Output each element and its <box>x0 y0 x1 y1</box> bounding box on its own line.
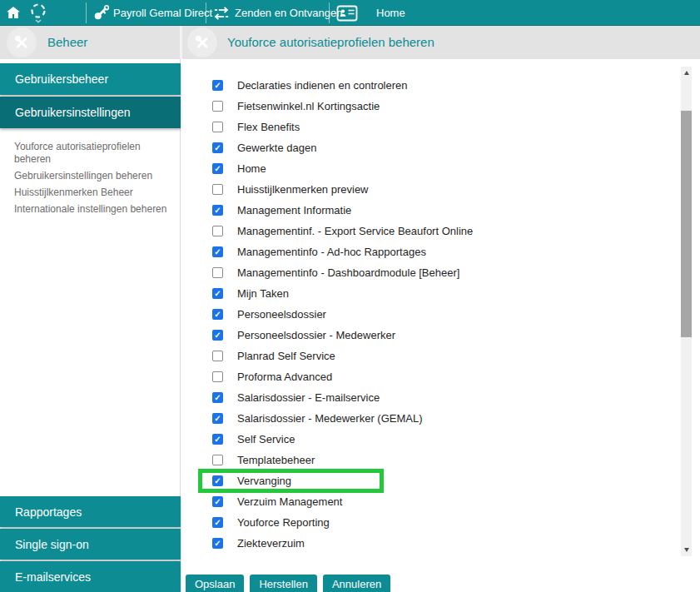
profile-checkbox[interactable] <box>212 226 223 236</box>
tab-beheer[interactable]: Beheer <box>47 26 87 59</box>
sidebar-item-label: E-mailservices <box>15 570 91 584</box>
profile-row: Mijn Taken <box>212 283 700 304</box>
profile-checkbox[interactable] <box>212 371 223 382</box>
profile-row: Personeelsdossier <box>212 304 700 325</box>
profile-label[interactable]: Declaraties indienen en controleren <box>237 79 408 92</box>
profile-row: Gewerkte dagen <box>212 137 700 158</box>
profile-row: Managementinfo - Ad-hoc Rapportages <box>212 241 700 262</box>
profile-label[interactable]: Mijn Taken <box>237 287 289 300</box>
profile-row: Youforce Reporting <box>212 512 700 533</box>
submenu-item-gebruikersinstellingen-beheren[interactable]: Gebruikersinstellingen beheren <box>14 170 168 182</box>
profile-label[interactable]: Salarisdossier - E-mailservice <box>237 391 380 404</box>
profile-label[interactable]: Home <box>237 162 266 175</box>
profile-checkbox[interactable] <box>212 351 223 361</box>
profile-checkbox[interactable] <box>212 80 223 91</box>
profile-label[interactable]: Self Service <box>237 433 295 445</box>
profile-row: Proforma Advanced <box>212 366 700 387</box>
profile-checkbox[interactable] <box>212 330 223 341</box>
profile-row: Salarisdossier - Medewerker (GEMAL) <box>212 408 700 429</box>
profile-row: Personeelsdossier - Medewerker <box>212 325 700 346</box>
scroll-down-icon[interactable] <box>681 544 692 556</box>
restore-button[interactable]: Herstellen <box>250 575 317 592</box>
cancel-button[interactable]: Annuleren <box>323 575 390 592</box>
profile-checkbox[interactable] <box>212 205 223 216</box>
sidebar-item-rapportages[interactable]: Rapportages <box>0 496 181 527</box>
profile-checkbox[interactable] <box>212 392 223 403</box>
profile-checkbox[interactable] <box>212 434 223 445</box>
profile-label[interactable]: Huisstijlkenmerken preview <box>237 183 369 196</box>
profile-label[interactable]: Gewerkte dagen <box>237 142 316 154</box>
profile-row: Vervanging <box>212 470 700 491</box>
topbar-divider <box>86 2 87 23</box>
tab-divider <box>180 26 182 59</box>
sidebar-item-e-mailservices[interactable]: E-mailservices <box>0 561 181 592</box>
profile-label[interactable]: Managementinfo - Ad-hoc Rapportages <box>237 246 426 258</box>
sidebar-item-gebruikersinstellingen[interactable]: Gebruikersinstellingen <box>0 97 181 128</box>
profile-checkbox[interactable] <box>212 122 223 132</box>
context-switch-icon[interactable] <box>29 2 47 24</box>
profile-checkbox[interactable] <box>212 267 223 278</box>
profile-checkbox[interactable] <box>212 413 223 424</box>
profile-checkbox[interactable] <box>212 246 223 257</box>
sidebar-item-label: Rapportages <box>15 505 82 519</box>
scrollbar-thumb[interactable] <box>681 111 692 337</box>
profile-row: Planrad Self Service <box>212 346 700 366</box>
key-icon[interactable] <box>92 4 110 22</box>
main-content: Declaraties indienen en controlerenFiets… <box>181 59 700 592</box>
sidebar-item-gebruikersbeheer[interactable]: Gebruikersbeheer <box>0 63 181 95</box>
profile-row: Huisstijlkenmerken preview <box>212 179 700 200</box>
profile-checkbox[interactable] <box>212 101 223 112</box>
profile-checkbox[interactable] <box>212 142 223 153</box>
sidebar-item-label: Gebruikersbeheer <box>15 72 108 86</box>
profile-checkbox[interactable] <box>212 184 223 195</box>
profile-label[interactable]: Youforce Reporting <box>237 516 330 529</box>
profile-label[interactable]: Personeelsdossier <box>237 308 326 321</box>
sidebar-item-single-sign-on[interactable]: Single sign-on <box>0 529 181 560</box>
profile-label[interactable]: Verzuim Management <box>237 495 342 508</box>
vertical-scrollbar[interactable] <box>681 67 692 556</box>
send-receive-icon[interactable] <box>212 6 231 21</box>
id-card-icon[interactable] <box>336 5 358 22</box>
profile-label[interactable]: Fietsenwinkel.nl Kortingsactie <box>237 100 380 112</box>
profile-label[interactable]: Managementinf. - Export Service Beaufort… <box>237 225 473 237</box>
submenu-item-huisstijlkenmerken-beheer[interactable]: Huisstijlkenmerken Beheer <box>14 187 168 199</box>
profile-checkbox[interactable] <box>212 517 223 528</box>
profile-row: Home <box>212 158 700 179</box>
profile-checkbox[interactable] <box>212 455 223 465</box>
profile-label[interactable]: Salarisdossier - Medewerker (GEMAL) <box>237 412 423 425</box>
action-button-row: Opslaan Herstellen Annuleren <box>186 575 390 592</box>
profile-label[interactable]: Flex Benefits <box>237 121 300 133</box>
profile-checkbox[interactable] <box>212 538 223 549</box>
profile-row: Salarisdossier - E-mailservice <box>212 387 700 408</box>
profile-label[interactable]: Personeelsdossier - Medewerker <box>237 329 395 341</box>
scroll-up-icon[interactable] <box>681 67 692 79</box>
sidebar-bottom-group: Rapportages Single sign-on E-mailservice… <box>0 495 181 592</box>
home-icon[interactable] <box>5 4 22 21</box>
profile-checkbox[interactable] <box>212 475 223 486</box>
menu-item-zenden-en-ontvangen[interactable]: Zenden en Ontvangen <box>235 0 342 26</box>
menu-item-home[interactable]: Home <box>376 0 405 26</box>
sidebar-submenu: Youforce autorisatieprofielen beheren Ge… <box>0 128 180 216</box>
profile-label[interactable]: Planrad Self Service <box>237 350 335 362</box>
profile-row: Templatebeheer <box>212 450 700 470</box>
submenu-item-youforce-autorisatieprofielen-beheren[interactable]: Youforce autorisatieprofielen beheren <box>14 141 168 166</box>
profile-label[interactable]: Management Informatie <box>237 204 351 216</box>
submenu-item-internationale-instellingen-beheren[interactable]: Internationale instellingen beheren <box>14 203 168 216</box>
profile-label[interactable]: Proforma Advanced <box>237 371 332 383</box>
profile-label[interactable]: Ziekteverzuim <box>237 537 305 550</box>
save-button[interactable]: Opslaan <box>186 575 244 592</box>
profile-checkbox[interactable] <box>212 163 223 174</box>
profile-row: Fietsenwinkel.nl Kortingsactie <box>212 96 700 117</box>
tab-bar: Beheer Youforce autorisatieprofielen beh… <box>0 26 700 59</box>
profile-row: Declaraties indienen en controleren <box>212 75 700 96</box>
tab-youforce-autorisatieprofielen-beheren[interactable]: Youforce autorisatieprofielen beheren <box>227 26 434 59</box>
profile-label[interactable]: Vervanging <box>237 475 291 487</box>
profile-checkbox[interactable] <box>212 309 223 320</box>
menu-item-payroll-gemal-direct[interactable]: Payroll Gemal Direct <box>113 0 212 26</box>
profile-row: Managementinfo - Dashboardmodule [Beheer… <box>212 262 700 283</box>
profile-label[interactable]: Managementinfo - Dashboardmodule [Beheer… <box>237 266 459 279</box>
profile-checkbox[interactable] <box>212 288 223 299</box>
profile-row: Self Service <box>212 429 700 450</box>
profile-checkbox[interactable] <box>212 496 223 507</box>
profile-label[interactable]: Templatebeheer <box>237 454 315 466</box>
